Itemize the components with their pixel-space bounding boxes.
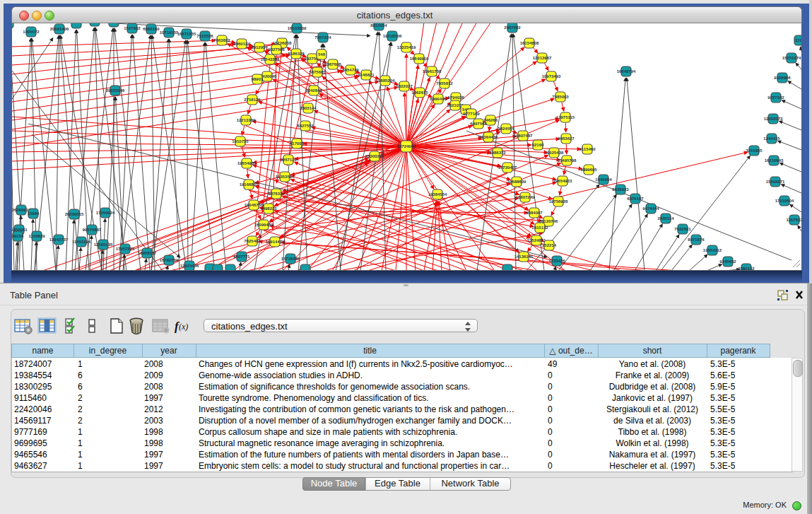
svg-text:16914479: 16914479 xyxy=(266,240,285,244)
svg-text:1640954: 1640954 xyxy=(595,177,612,182)
svg-text:2367608: 2367608 xyxy=(324,62,341,66)
svg-text:18724007: 18724007 xyxy=(397,144,416,148)
svg-text:10961758: 10961758 xyxy=(423,69,442,74)
svg-text:9463627: 9463627 xyxy=(558,136,575,141)
svg-text:17010504: 17010504 xyxy=(775,199,794,203)
svg-text:21364436: 21364436 xyxy=(479,135,498,139)
svg-text:2803144: 2803144 xyxy=(300,106,317,110)
svg-text:417008: 417008 xyxy=(290,141,305,146)
svg-text:6497568: 6497568 xyxy=(470,122,487,126)
svg-text:6966160: 6966160 xyxy=(143,27,160,31)
svg-text:15720407: 15720407 xyxy=(498,165,517,170)
svg-text:7632621: 7632621 xyxy=(674,227,691,231)
svg-text:10807487: 10807487 xyxy=(514,134,533,138)
svg-text:15984: 15984 xyxy=(28,211,40,216)
svg-text:25300213: 25300213 xyxy=(365,154,384,158)
svg-text:9115460: 9115460 xyxy=(579,147,596,151)
svg-text:17359924: 17359924 xyxy=(96,211,115,215)
svg-text:9474444: 9474444 xyxy=(642,206,659,211)
svg-text:546: 546 xyxy=(318,52,326,57)
svg-text:9245652: 9245652 xyxy=(719,259,736,264)
svg-text:16671355: 16671355 xyxy=(177,32,196,36)
svg-text:12942737: 12942737 xyxy=(49,238,69,242)
svg-text:7625402: 7625402 xyxy=(244,239,261,243)
svg-text:12975115: 12975115 xyxy=(556,115,575,119)
svg-text:7986372: 7986372 xyxy=(489,151,506,155)
svg-text:6794028: 6794028 xyxy=(447,95,464,100)
svg-text:5875685: 5875685 xyxy=(309,70,326,74)
svg-text:9084067: 9084067 xyxy=(526,211,543,215)
svg-text:10688609: 10688609 xyxy=(507,180,526,184)
svg-text:8813054: 8813054 xyxy=(370,23,387,28)
svg-text:19756928: 19756928 xyxy=(549,199,568,204)
svg-text:9380132: 9380132 xyxy=(738,267,755,270)
svg-text:16154808: 16154808 xyxy=(520,41,539,45)
svg-text:16210643: 16210643 xyxy=(765,158,784,163)
svg-text:19654985: 19654985 xyxy=(237,161,257,165)
svg-text:5878334: 5878334 xyxy=(268,192,285,196)
svg-text:9327506: 9327506 xyxy=(268,47,285,52)
svg-text:2987682: 2987682 xyxy=(504,25,521,30)
svg-text:20206515: 20206515 xyxy=(65,212,84,216)
svg-text:62160: 62160 xyxy=(532,143,544,147)
svg-text:7485003: 7485003 xyxy=(552,95,569,99)
svg-text:7857224: 7857224 xyxy=(314,35,331,40)
svg-text:9657771: 9657771 xyxy=(233,255,250,259)
svg-text:16640910: 16640910 xyxy=(410,57,429,61)
svg-text:10025438: 10025438 xyxy=(545,151,564,155)
svg-text:11353594: 11353594 xyxy=(276,175,295,179)
svg-text:3624554: 3624554 xyxy=(498,127,514,131)
svg-text:10719155: 10719155 xyxy=(160,30,179,35)
svg-text:1733426: 1733426 xyxy=(548,259,565,263)
svg-text:19654923: 19654923 xyxy=(553,179,572,183)
svg-text:9146821: 9146821 xyxy=(358,73,375,77)
svg-text:1362615: 1362615 xyxy=(411,90,428,95)
svg-text:15692971: 15692971 xyxy=(766,180,785,184)
svg-text:7955812: 7955812 xyxy=(436,81,453,86)
svg-text:7515526: 7515526 xyxy=(196,34,213,38)
svg-text:2935114: 2935114 xyxy=(657,216,674,221)
svg-text:12505135: 12505135 xyxy=(94,243,113,247)
svg-text:12213369: 12213369 xyxy=(237,118,256,122)
svg-text:8427552: 8427552 xyxy=(297,124,314,128)
svg-text:29053346: 29053346 xyxy=(106,88,125,93)
svg-text:12923446: 12923446 xyxy=(180,264,199,268)
svg-text:8471676: 8471676 xyxy=(688,238,705,242)
svg-text:8990448: 8990448 xyxy=(430,97,447,101)
svg-text:16543362: 16543362 xyxy=(261,57,280,62)
svg-text:13325419: 13325419 xyxy=(397,45,416,49)
svg-text:7663822: 7663822 xyxy=(213,38,230,42)
svg-text:8938923: 8938923 xyxy=(612,187,629,192)
svg-text:9899695: 9899695 xyxy=(580,168,597,172)
svg-text:10958117: 10958117 xyxy=(138,251,157,255)
svg-text:19384554: 19384554 xyxy=(428,192,447,197)
svg-text:10973493: 10973493 xyxy=(542,74,561,78)
svg-text:19166825: 19166825 xyxy=(240,182,259,187)
svg-text:8454749: 8454749 xyxy=(342,68,359,72)
svg-text:9242848: 9242848 xyxy=(305,88,322,93)
svg-text:1527602: 1527602 xyxy=(124,26,141,30)
svg-text:16782759: 16782759 xyxy=(160,258,179,262)
svg-text:9777169: 9777169 xyxy=(463,112,480,116)
svg-text:9329966: 9329966 xyxy=(774,76,791,80)
svg-text:2718126: 2718126 xyxy=(244,98,261,102)
svg-text:8267110: 8267110 xyxy=(280,158,297,162)
svg-text:39154: 39154 xyxy=(12,234,24,238)
svg-text:8186328: 8186328 xyxy=(288,52,305,56)
svg-text:1156829: 1156829 xyxy=(28,234,45,238)
svg-text:1167533: 1167533 xyxy=(786,218,801,222)
svg-text:15495798: 15495798 xyxy=(558,158,577,163)
svg-text:1117: 1117 xyxy=(795,38,801,42)
svg-text:10654112: 10654112 xyxy=(703,248,722,252)
svg-text:14136141: 14136141 xyxy=(514,255,534,259)
svg-text:3215955: 3215955 xyxy=(746,148,763,153)
svg-text:1910755: 1910755 xyxy=(232,139,249,144)
svg-text:1405572: 1405572 xyxy=(23,30,40,34)
svg-text:90975887: 90975887 xyxy=(83,228,102,232)
svg-text:(x): (x) xyxy=(179,322,188,332)
svg-text:12093573: 12093573 xyxy=(764,117,783,121)
svg-text:5322037: 5322037 xyxy=(396,84,413,88)
svg-text:15751074: 15751074 xyxy=(782,56,801,60)
svg-text:13524851: 13524851 xyxy=(527,238,546,243)
svg-text:8912954: 8912954 xyxy=(251,45,268,49)
